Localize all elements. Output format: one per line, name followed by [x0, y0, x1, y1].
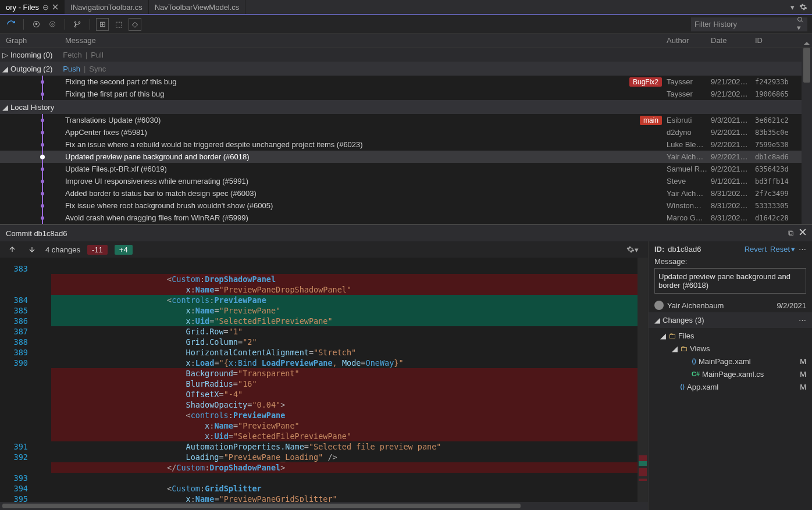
col-author[interactable]: Author: [667, 36, 711, 45]
col-id[interactable]: ID: [755, 36, 802, 45]
tree-folder-files[interactable]: ◢ 🗀 Files: [652, 329, 812, 342]
tree-file[interactable]: ⟨⟩ App.xamlM: [652, 380, 812, 393]
section-incoming[interactable]: ▷ Incoming (0) Fetch | Pull: [0, 48, 802, 62]
tab-bar: ory - Files ⊖ INavigationToolbar.cs NavT…: [0, 0, 812, 15]
next-diff-icon[interactable]: [26, 243, 38, 256]
search-icon[interactable]: ▾: [797, 16, 804, 32]
filter1-icon[interactable]: ⦿: [30, 18, 42, 31]
code-line[interactable]: OffsetX="-4": [0, 389, 638, 400]
fetch-link[interactable]: Fetch: [63, 51, 82, 59]
commit-date: 9/2/2021…: [711, 152, 755, 161]
view1-icon[interactable]: ⊞: [96, 18, 109, 31]
code-editor[interactable]: 383 <Custom:DropShadowPanel x:Name="Prev…: [0, 258, 638, 502]
section-local[interactable]: ◢ Local History: [0, 100, 802, 114]
minimap[interactable]: [638, 258, 648, 502]
commit-date: 9/3/2021…: [711, 116, 755, 124]
commit-row[interactable]: Update Files.pt-BR.xlf (#6019)Samuel R…9…: [0, 163, 802, 175]
push-link[interactable]: Push: [63, 65, 80, 73]
commit-row[interactable]: Fix issue where root background brush wo…: [0, 199, 802, 212]
tree-file[interactable]: ⟨⟩ MainPage.xamlM: [652, 355, 812, 368]
dock-icon[interactable]: ⧉: [788, 229, 793, 238]
code-line[interactable]: </Custom:DropShadowPanel>: [0, 462, 638, 473]
code-line[interactable]: <Custom:DropShadowPanel: [0, 274, 638, 284]
code-line[interactable]: BlurRadius="16": [0, 379, 638, 389]
xaml-file-icon: ⟨⟩: [692, 358, 696, 365]
refresh-icon[interactable]: [5, 18, 17, 31]
code-line[interactable]: x:Name="PreviewPane": [0, 420, 638, 431]
code-line[interactable]: 385 x:Name="PreviewPane": [0, 305, 638, 316]
col-message[interactable]: Message: [58, 36, 667, 45]
code-line[interactable]: 392 Loading="PreviewPane_Loading" />: [0, 452, 638, 462]
commit-date: 8/31/202…: [711, 201, 755, 210]
code-line[interactable]: x:Name="PreviewPaneDropShadowPanel": [0, 284, 638, 295]
close-icon[interactable]: [52, 4, 58, 10]
filter2-icon[interactable]: ⦾: [46, 18, 59, 31]
tab-navtoolbarviewmodel[interactable]: NavToolbarViewModel.cs: [149, 0, 246, 14]
commit-row[interactable]: Fixing the second part of this bugBugFix…: [0, 76, 802, 88]
gear-icon[interactable]: ▾: [626, 243, 639, 256]
code-line[interactable]: x:Uid="SelectedFilePreviewPane": [0, 431, 638, 441]
code-line[interactable]: 389 HorizontalContentAlignment="Stretch": [0, 347, 638, 358]
changes-count: 4 changes: [45, 245, 80, 254]
prev-diff-icon[interactable]: [6, 243, 19, 256]
gear-icon[interactable]: [799, 3, 807, 11]
commit-date: 8/31/202…: [711, 213, 755, 222]
code-line[interactable]: 383: [0, 263, 638, 274]
commit-row[interactable]: Updated preview pane background and bord…: [0, 151, 802, 163]
tree-folder-views[interactable]: ◢ 🗀 Views: [652, 342, 812, 355]
view3-icon[interactable]: ◇: [129, 18, 141, 31]
branch-icon[interactable]: [71, 18, 84, 31]
code-line[interactable]: <controls:PreviewPane: [0, 410, 638, 420]
pin-icon[interactable]: ⊖: [42, 3, 49, 12]
commit-row[interactable]: Improve UI responsiveness while enumerat…: [0, 175, 802, 187]
commit-row[interactable]: Added border to status bar to match desi…: [0, 187, 802, 199]
close-icon[interactable]: [799, 229, 806, 238]
commit-row[interactable]: Fixing the first part of this bugTaysser…: [0, 88, 802, 100]
commit-row[interactable]: Translations Update (#6030)mainEsibruti9…: [0, 114, 802, 126]
more-icon[interactable]: ⋯: [799, 316, 806, 324]
code-line[interactable]: 395 x:Name="PreviewPaneGridSplitter": [0, 494, 638, 502]
commit-row[interactable]: Fix an issue where a rebuild would be tr…: [0, 138, 802, 151]
col-graph[interactable]: Graph: [0, 36, 58, 45]
filter-history-input[interactable]: Filter History ▾: [691, 17, 807, 31]
changes-label: Changes (3): [663, 316, 704, 324]
commit-id: 7599e530: [755, 141, 802, 149]
lines-deleted: -11: [87, 245, 108, 255]
code-line[interactable]: 388 Grid.Column="2": [0, 337, 638, 347]
vertical-scrollbar[interactable]: [802, 48, 812, 224]
code-line[interactable]: 391 AutomationProperties.Name="Selected …: [0, 441, 638, 452]
svg-point-2: [79, 22, 80, 23]
commit-author: Esibruti: [667, 116, 711, 124]
commit-author: Luke Ble…: [667, 140, 711, 149]
code-line[interactable]: 386 x:Uid="SelectedFilePreviewPane": [0, 316, 638, 326]
sync-link[interactable]: Sync: [89, 65, 106, 73]
message-box[interactable]: Updated preview pane background and bord…: [654, 268, 806, 294]
dropdown-icon[interactable]: ▾: [790, 3, 795, 12]
changes-header[interactable]: ◢ Changes (3) ⋯: [649, 312, 812, 328]
section-outgoing[interactable]: ◢ Outgoing (2) Push | Sync: [0, 62, 802, 76]
tab-history-files[interactable]: ory - Files ⊖: [0, 0, 65, 14]
reset-link[interactable]: Reset ▾: [770, 245, 795, 254]
commit-row[interactable]: AppCenter fixes (#5981)d2dyno9/2/2021…83…: [0, 126, 802, 138]
filter-placeholder: Filter History: [695, 20, 737, 28]
view2-icon[interactable]: ⬚: [112, 18, 125, 31]
col-date[interactable]: Date: [711, 36, 755, 45]
chevron-down-icon: ▾: [791, 245, 795, 254]
code-line[interactable]: ShadowOpacity="0.04">: [0, 400, 638, 410]
horizontal-scrollbar[interactable]: [0, 502, 648, 510]
code-line[interactable]: 394 <Custom:GridSplitter: [0, 483, 638, 494]
tree-file[interactable]: C# MainPage.xaml.csM: [652, 368, 812, 380]
commit-message: AppCenter fixes (#5981): [65, 128, 147, 137]
code-line[interactable]: Background="Transparent": [0, 368, 638, 379]
code-line[interactable]: 393: [0, 473, 638, 483]
code-line[interactable]: 387 Grid.Row="1": [0, 326, 638, 337]
commit-row[interactable]: Avoid crash when dragging files from Win…: [0, 212, 802, 224]
code-line[interactable]: 384 <controls:PreviewPane: [0, 295, 638, 305]
tab-inavigationtoolbar[interactable]: INavigationToolbar.cs: [65, 0, 149, 14]
code-line[interactable]: 390 x:Load="{x:Bind LoadPreviewPane, Mod…: [0, 358, 638, 368]
revert-link[interactable]: Revert: [745, 245, 767, 254]
pull-link[interactable]: Pull: [91, 51, 104, 59]
more-icon[interactable]: ⋯: [799, 245, 806, 254]
commit-author: Winston…: [667, 201, 711, 210]
commit-id: f242933b: [755, 78, 802, 86]
